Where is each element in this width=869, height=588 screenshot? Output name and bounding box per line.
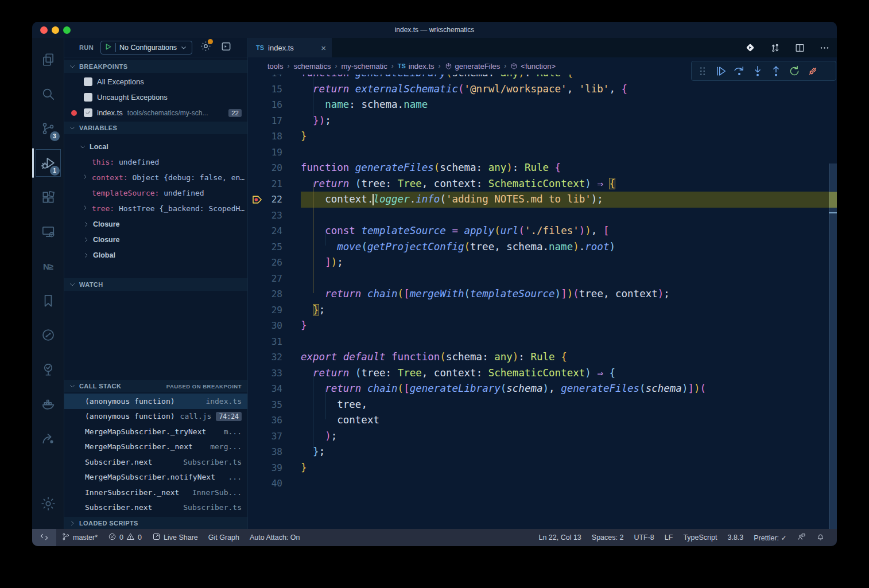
statusbar-prettier-[interactable]: Prettier: ✓ <box>748 529 792 546</box>
editor-gutter[interactable]: 34 <box>248 381 301 397</box>
variable-row[interactable]: tree: HostTree {_backend: ScopedH… <box>64 201 247 216</box>
activity-docker-icon[interactable] <box>34 387 62 421</box>
code-line-34[interactable]: 34 return chain([generateLibrary(schema)… <box>248 381 837 397</box>
editor-gutter[interactable]: 35 <box>248 397 301 413</box>
split-editor-icon[interactable] <box>794 42 805 53</box>
editor-gutter[interactable]: 38 <box>248 444 301 460</box>
code-line-17[interactable]: 17 }); <box>248 113 837 129</box>
debug-step-over-button[interactable] <box>733 65 746 77</box>
toolbar-grip-icon[interactable] <box>696 65 709 77</box>
breakpoint-item[interactable]: All Exceptions <box>64 74 247 89</box>
prettier-icon[interactable] <box>744 42 756 53</box>
editor-gutter[interactable]: 26 <box>248 255 301 271</box>
variable-scope-closure[interactable]: Closure <box>64 232 247 247</box>
code-line-23[interactable]: 23 <box>248 208 837 224</box>
editor-gutter[interactable]: 27 <box>248 271 301 287</box>
close-window-button[interactable] <box>40 26 48 34</box>
debug-step-out-button[interactable] <box>770 65 782 77</box>
variable-row[interactable]: templateSource: undefined <box>64 185 247 201</box>
call-stack-frame[interactable]: (anonymous function) call.js 74:24 <box>64 409 247 425</box>
section-header-call-stack[interactable]: CALL STACKPAUSED ON BREAKPOINT <box>64 380 247 392</box>
call-stack-frame[interactable]: (anonymous function) index.ts <box>64 394 247 409</box>
breadcrumb-item[interactable]: <function> <box>510 62 556 71</box>
breadcrumb-item[interactable]: tools <box>267 62 283 71</box>
code-line-38[interactable]: 38 }; <box>248 444 837 460</box>
editor-gutter[interactable]: 22 <box>248 192 301 208</box>
statusbar-git-graph[interactable]: Git Graph <box>203 529 245 546</box>
remote-indicator[interactable] <box>32 529 56 546</box>
editor-gutter[interactable]: 24 <box>248 223 301 239</box>
zoom-window-button[interactable] <box>63 26 71 34</box>
breakpoint-checkbox[interactable] <box>84 108 92 117</box>
debug-console-icon[interactable] <box>220 41 232 54</box>
breadcrumb-item[interactable]: TSindex.ts <box>398 62 434 71</box>
section-header-breakpoints[interactable]: BREAKPOINTS <box>64 60 247 73</box>
code-line-31[interactable]: 31 <box>248 334 837 350</box>
activity-remote-explorer-icon[interactable] <box>34 215 62 249</box>
code-line-35[interactable]: 35 tree, <box>248 397 837 413</box>
code-line-15[interactable]: 15 return externalSchematic('@nrwl/works… <box>248 81 837 98</box>
editor-gutter[interactable]: 29 <box>248 302 301 318</box>
editor-gutter[interactable]: 20 <box>248 160 301 176</box>
variable-scope-global[interactable]: Global <box>64 247 247 263</box>
statusbar-lf[interactable]: LF <box>659 529 678 546</box>
debug-step-into-button[interactable] <box>751 65 764 77</box>
code-line-21[interactable]: 21 return (tree: Tree, context: Schemati… <box>248 176 837 192</box>
breadcrumb-item[interactable]: schematics <box>293 62 331 71</box>
paused-breakpoint-icon[interactable] <box>251 194 263 208</box>
editor-gutter[interactable]: 14 <box>248 75 301 81</box>
code-line-16[interactable]: 16 name: schema.name <box>248 97 837 113</box>
code-line-32[interactable]: 32 export default function(schema: any):… <box>248 349 837 365</box>
editor-gutter[interactable]: 33 <box>248 365 301 381</box>
statusbar-ln-22-col-13[interactable]: Ln 22, Col 13 <box>533 529 586 546</box>
code-line-27[interactable]: 27 <box>248 271 837 287</box>
editor-gutter[interactable]: 21 <box>248 176 301 192</box>
editor-gutter[interactable]: 36 <box>248 412 301 429</box>
code-line-37[interactable]: 37 ); <box>248 429 837 445</box>
activity-explorer-icon[interactable] <box>34 42 62 77</box>
start-debug-icon[interactable] <box>104 42 112 53</box>
code-line-40[interactable]: 40 <box>248 476 837 492</box>
breadcrumb-item[interactable]: my-schematic <box>342 62 387 71</box>
breakpoint-item[interactable]: Uncaught Exceptions <box>64 89 247 105</box>
debug-settings-gear-icon[interactable] <box>200 41 211 54</box>
call-stack-frame[interactable]: InnerSubscriber._next InnerSub... <box>64 485 247 500</box>
code-line-18[interactable]: 18 } <box>248 128 837 145</box>
editor-gutter[interactable]: 39 <box>248 460 301 476</box>
call-stack-frame[interactable]: MergeMapSubscriber._tryNext m... <box>64 424 247 439</box>
code-area[interactable]: 14 function generateLibrary(schema: any)… <box>248 75 837 529</box>
statusbar-feedback[interactable] <box>792 529 811 546</box>
editor-gutter[interactable]: 17 <box>248 113 301 129</box>
close-tab-icon[interactable]: × <box>321 43 326 53</box>
call-stack-frame[interactable]: Subscriber.next Subscriber.ts <box>64 500 247 516</box>
breadcrumb-item[interactable]: generateFiles <box>445 62 501 71</box>
editor-gutter[interactable]: 23 <box>248 208 301 224</box>
editor-gutter[interactable]: 25 <box>248 239 301 255</box>
variable-scope-closure[interactable]: Closure <box>64 216 247 232</box>
activity-source-control-icon[interactable]: 3 <box>34 111 62 146</box>
variable-row[interactable]: context: Object {debug: false, en… <box>64 170 247 185</box>
code-line-19[interactable]: 19 <box>248 145 837 161</box>
code-line-39[interactable]: 39 } <box>248 460 837 476</box>
statusbar-master-[interactable]: master* <box>56 529 103 546</box>
editor-gutter[interactable]: 32 <box>248 349 301 365</box>
editor-gutter[interactable]: 19 <box>248 145 301 161</box>
tab-index-ts[interactable]: TS index.ts × <box>248 38 332 57</box>
debug-config-dropdown[interactable]: No Configurations <box>100 41 192 54</box>
breakpoint-checkbox[interactable] <box>84 77 92 86</box>
statusbar-utf-8[interactable]: UTF-8 <box>629 529 659 546</box>
statusbar-0[interactable]: 00 <box>103 529 147 546</box>
more-actions-icon[interactable] <box>819 42 830 53</box>
activity-bookmarks-icon[interactable] <box>34 283 62 318</box>
activity-timeline-icon[interactable] <box>34 318 62 352</box>
section-header-loaded-scripts[interactable]: LOADED SCRIPTS <box>64 517 247 529</box>
activity-test-explorer-icon[interactable] <box>34 352 62 387</box>
chevron-right-icon[interactable] <box>82 173 88 182</box>
code-line-22[interactable]: 22 context.logger.info('adding NOTES.md … <box>248 192 837 208</box>
section-header-watch[interactable]: WATCH <box>64 278 247 291</box>
editor-gutter[interactable]: 16 <box>248 97 301 113</box>
scrollbar-slider[interactable] <box>829 163 837 529</box>
code-line-20[interactable]: 20 function generateFiles(schema: any): … <box>248 160 837 176</box>
activity-live-share-icon[interactable] <box>34 421 62 455</box>
breakpoint-checkbox[interactable] <box>84 93 92 102</box>
